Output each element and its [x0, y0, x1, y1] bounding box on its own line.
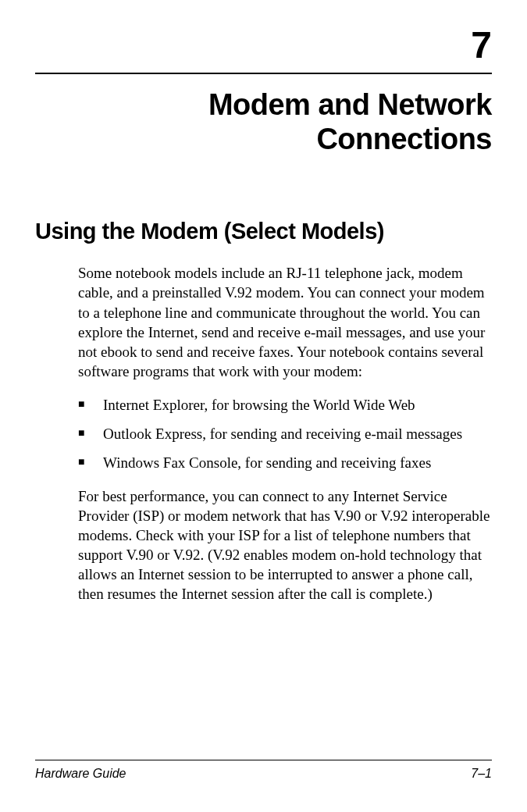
- footer-right: 7–1: [471, 767, 492, 781]
- list-item: Outlook Express, for sending and receivi…: [78, 424, 492, 443]
- chapter-title: Modem and Network Connections: [35, 88, 492, 156]
- footer-rule: [35, 760, 492, 760]
- bullet-list: Internet Explorer, for browsing the Worl…: [78, 395, 492, 472]
- list-item: Windows Fax Console, for sending and rec…: [78, 453, 492, 472]
- body-paragraph-1: Some notebook models include an RJ-11 te…: [78, 263, 492, 380]
- chapter-title-line2: Connections: [316, 123, 492, 155]
- body-paragraph-2: For best performance, you can connect to…: [78, 486, 492, 604]
- section-heading: Using the Modem (Select Models): [35, 219, 492, 244]
- list-item: Internet Explorer, for browsing the Worl…: [78, 395, 492, 415]
- footer-row: Hardware Guide 7–1: [35, 767, 492, 781]
- chapter-number: 7: [35, 23, 492, 66]
- footer-left: Hardware Guide: [35, 767, 126, 781]
- chapter-title-line1: Modem and Network: [208, 88, 492, 121]
- chapter-rule: [35, 73, 492, 74]
- page-footer: Hardware Guide 7–1: [35, 760, 492, 781]
